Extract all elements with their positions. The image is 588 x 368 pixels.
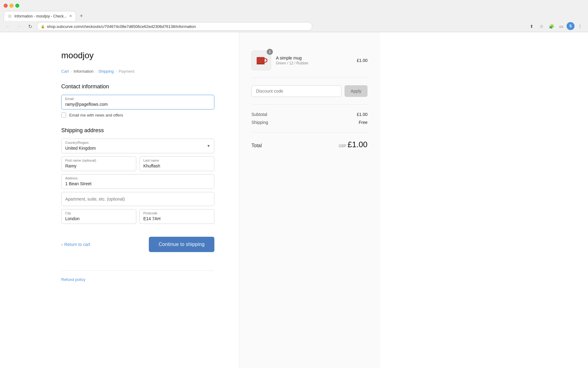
- product-item: 1 A simple mug Green / 12 / Rubber £1.00: [251, 51, 368, 70]
- shipping-address-section: Shipping address Country/Region United K…: [61, 127, 214, 227]
- browser-titlebar: [0, 0, 588, 11]
- total-label: Total: [251, 143, 262, 148]
- bookmark-button[interactable]: ☆: [537, 22, 546, 31]
- page-wrapper: moodjoy Cart › Information › Shipping › …: [0, 32, 588, 368]
- postcode-field-wrapper: Postcode: [139, 209, 214, 224]
- total-value: £1.00: [348, 140, 368, 149]
- close-window-button[interactable]: [4, 4, 8, 8]
- breadcrumb-cart[interactable]: Cart: [61, 69, 69, 74]
- city-postcode-row: City Postcode: [61, 209, 214, 227]
- chevron-left-icon: ‹: [61, 242, 63, 247]
- brand-title: moodjoy: [61, 51, 214, 60]
- return-to-cart-label: Return to cart: [64, 242, 90, 247]
- minimize-window-button[interactable]: [9, 4, 13, 8]
- apply-discount-button[interactable]: Apply: [345, 85, 368, 97]
- maximize-window-button[interactable]: [15, 4, 19, 8]
- refund-policy-link[interactable]: Refund policy: [61, 277, 85, 282]
- tab-favicon: [8, 14, 12, 18]
- product-thumbnail: [254, 53, 268, 67]
- divider-1: [251, 78, 368, 78]
- svg-rect-2: [257, 63, 265, 64]
- profile-button[interactable]: S: [567, 22, 575, 30]
- email-input[interactable]: [62, 95, 214, 109]
- main-content: moodjoy Cart › Information › Shipping › …: [0, 32, 239, 368]
- tab-bar: Information - moodjoy - Check... ✕ +: [0, 11, 588, 21]
- email-field-wrapper: Email: [61, 95, 214, 109]
- bottom-actions: ‹ Return to cart Continue to shipping: [61, 237, 214, 252]
- order-summary-panel: 1 A simple mug Green / 12 / Rubber £1.00…: [239, 32, 380, 368]
- country-field-wrapper: Country/Region United Kingdom ▼: [61, 139, 214, 153]
- forward-button[interactable]: →: [15, 22, 23, 31]
- traffic-lights: [4, 4, 19, 8]
- newsletter-checkbox-row: Email me with news and offers: [61, 113, 214, 117]
- shipping-value: Free: [359, 120, 368, 125]
- apartment-field-wrapper: [61, 192, 214, 206]
- breadcrumb-sep-1: ›: [71, 70, 72, 73]
- menu-button[interactable]: ⋮: [576, 22, 584, 31]
- product-quantity-badge: 1: [267, 49, 273, 55]
- shipping-label: Shipping: [251, 120, 268, 125]
- city-field-wrapper: City: [61, 209, 136, 224]
- subtotal-row: Subtotal £1.00: [251, 112, 368, 117]
- browser-actions: ⬆ ☆ 🧩 ▭ S ⋮: [527, 22, 584, 31]
- address-field-wrapper: Address: [61, 174, 214, 189]
- total-currency: GBP: [339, 144, 346, 148]
- product-name: A simple mug: [276, 56, 352, 60]
- apartment-input[interactable]: [62, 192, 214, 206]
- postcode-input[interactable]: [140, 209, 214, 224]
- city-input[interactable]: [62, 209, 136, 224]
- subtotal-value: £1.00: [357, 112, 368, 117]
- country-select[interactable]: United Kingdom: [62, 139, 214, 153]
- breadcrumb-sep-3: ›: [116, 70, 117, 73]
- address-bar[interactable]: 🔒 shop.subcurve.com/checkouts/c/704674c0…: [37, 22, 312, 31]
- share-button[interactable]: ⬆: [527, 22, 536, 31]
- address-bar-row: ← → ↻ 🔒 shop.subcurve.com/checkouts/c/70…: [0, 21, 588, 32]
- breadcrumb-information: Information: [74, 69, 93, 74]
- active-tab[interactable]: Information - moodjoy - Check... ✕: [4, 11, 76, 21]
- tab-title: Information - moodjoy - Check...: [14, 14, 67, 18]
- name-row: First name (optional) Last name: [61, 156, 214, 174]
- product-variant: Green / 12 / Rubber: [276, 61, 352, 65]
- last-name-input[interactable]: [140, 157, 214, 171]
- product-info: A simple mug Green / 12 / Rubber: [276, 56, 352, 65]
- total-amount: GBP £1.00: [339, 140, 368, 149]
- lock-icon: 🔒: [41, 25, 45, 29]
- sidebar-button[interactable]: ▭: [557, 22, 565, 31]
- browser-chrome: Information - moodjoy - Check... ✕ + ← →…: [0, 0, 588, 32]
- svg-point-0: [8, 14, 12, 18]
- subtotal-label: Subtotal: [251, 112, 267, 117]
- first-name-field-wrapper: First name (optional): [61, 156, 136, 171]
- shipping-row: Shipping Free: [251, 120, 368, 125]
- tab-close-button[interactable]: ✕: [69, 14, 72, 18]
- discount-code-input[interactable]: [251, 85, 341, 97]
- new-tab-button[interactable]: +: [77, 12, 86, 20]
- newsletter-checkbox[interactable]: [61, 113, 66, 117]
- product-image-wrap: 1: [251, 51, 271, 70]
- continue-to-shipping-button[interactable]: Continue to shipping: [149, 237, 214, 252]
- newsletter-label: Email me with news and offers: [69, 113, 123, 117]
- back-button[interactable]: ←: [4, 22, 12, 31]
- breadcrumb: Cart › Information › Shipping › Payment: [61, 69, 214, 74]
- reload-button[interactable]: ↻: [26, 22, 34, 31]
- product-price: £1.00: [357, 58, 368, 63]
- first-name-input[interactable]: [62, 157, 136, 171]
- breadcrumb-payment: Payment: [119, 69, 134, 74]
- last-name-field-wrapper: Last name: [139, 156, 214, 171]
- divider-3: [251, 132, 368, 132]
- total-row: Total GBP £1.00: [251, 140, 368, 149]
- breadcrumb-shipping[interactable]: Shipping: [98, 69, 114, 74]
- url-text: shop.subcurve.com/checkouts/c/704674c08e…: [47, 24, 196, 29]
- return-to-cart-link[interactable]: ‹ Return to cart: [61, 242, 90, 247]
- divider-2: [251, 104, 368, 105]
- extensions-button[interactable]: 🧩: [547, 22, 556, 31]
- discount-row: Apply: [251, 85, 368, 97]
- breadcrumb-sep-2: ›: [95, 70, 96, 73]
- address-input[interactable]: [62, 174, 214, 189]
- contact-section-title: Contact information: [61, 83, 214, 90]
- footer-links: Refund policy: [61, 270, 214, 282]
- svg-rect-1: [257, 57, 265, 64]
- shipping-section-title: Shipping address: [61, 127, 214, 134]
